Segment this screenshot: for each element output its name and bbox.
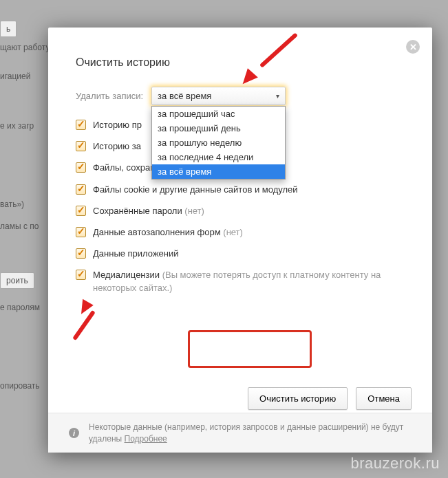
label-passwords: Сохранённые пароли (нет) xyxy=(93,205,204,217)
option-last-hour[interactable]: за прошедший час xyxy=(152,107,285,121)
option-all-time[interactable]: за всё время xyxy=(152,164,285,179)
info-bar: i Некоторые данные (например, история за… xyxy=(48,413,432,453)
checkbox-download-history[interactable] xyxy=(76,141,86,151)
watermark: brauzerok.ru xyxy=(350,455,440,472)
checkbox-passwords[interactable] xyxy=(76,206,86,216)
close-icon[interactable]: ✕ xyxy=(406,40,420,54)
checkbox-cache[interactable] xyxy=(76,162,86,173)
label-autofill: Данные автозаполнения форм (нет) xyxy=(93,226,243,239)
clear-history-dialog: ✕ Очистить историю Удалить записи: за вс… xyxy=(48,28,432,453)
cancel-button[interactable]: Отмена xyxy=(356,387,412,410)
option-last-4-weeks[interactable]: за последние 4 недели xyxy=(152,150,285,164)
checkbox-autofill[interactable] xyxy=(76,227,86,237)
option-last-day[interactable]: за прошедший день xyxy=(152,121,285,135)
time-range-select[interactable]: за всё время ▾ xyxy=(151,87,286,105)
delete-records-label: Удалить записи: xyxy=(76,91,143,101)
label-app-data: Данные приложений xyxy=(93,248,179,260)
info-text: Некоторые данные (например, история запр… xyxy=(89,422,412,445)
background-settings-partial: ь щают работу игацией е их загр вать») л… xyxy=(0,0,48,478)
time-range-menu: за прошедший час за прошедший день за пр… xyxy=(151,106,286,180)
chevron-down-icon: ▾ xyxy=(276,92,279,100)
checkbox-media-licenses[interactable] xyxy=(76,270,86,280)
checkbox-app-data[interactable] xyxy=(76,248,86,259)
label-cookies: Файлы cookie и другие данные сайтов и мо… xyxy=(93,184,298,196)
info-icon: i xyxy=(69,428,79,438)
label-download-history: Историю за xyxy=(93,140,141,153)
clear-history-button[interactable]: Очистить историю xyxy=(248,387,348,410)
option-last-week[interactable]: за прошлую неделю xyxy=(152,135,285,150)
info-link[interactable]: Подробнее xyxy=(125,434,167,444)
checkbox-browsing-history[interactable] xyxy=(76,120,86,130)
checkbox-cookies[interactable] xyxy=(76,184,86,195)
label-media-licenses: Медиалицензии (Вы можете потерять доступ… xyxy=(93,269,405,294)
dialog-title: Очистить историю xyxy=(76,56,405,69)
time-range-selected: за всё время xyxy=(158,91,211,101)
label-browsing-history: Историю пр xyxy=(93,119,142,131)
